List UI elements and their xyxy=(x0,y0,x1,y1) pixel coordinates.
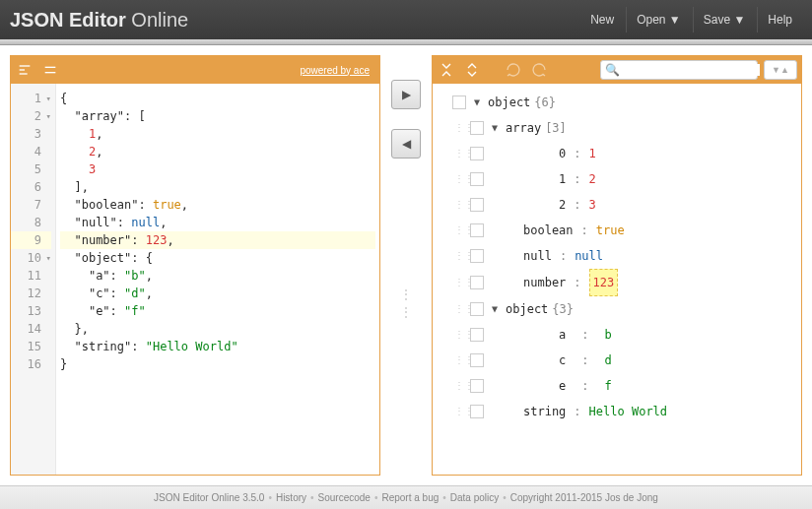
tree-item[interactable]: ⋮⋮ 0:1 xyxy=(437,141,797,166)
tree-array[interactable]: ⋮⋮▼ array [3] xyxy=(437,115,797,141)
save-menu[interactable]: Save ▼ xyxy=(693,7,756,32)
tree-string[interactable]: ⋮⋮ string:Hello World xyxy=(437,399,797,424)
code-lines[interactable]: { "array": [ 1, 2, 3 ], "boolean": true,… xyxy=(56,84,379,475)
main-menu: New Open ▼ Save ▼ Help xyxy=(580,7,802,32)
drag-icon[interactable]: ⋮⋮ xyxy=(454,243,466,269)
app-header: JSON Editor Online New Open ▼ Save ▼ Hel… xyxy=(0,0,812,39)
context-menu-icon[interactable] xyxy=(470,302,484,316)
code-panel-header: powered by ace xyxy=(11,56,379,84)
tree-number[interactable]: ⋮⋮ number:123 xyxy=(437,269,797,296)
drag-dots-icon: ⋮⋮ xyxy=(399,286,413,320)
drag-icon[interactable]: ⋮⋮ xyxy=(454,296,466,322)
app-logo: JSON Editor Online xyxy=(10,9,188,32)
context-menu-icon[interactable] xyxy=(470,172,484,186)
copy-left-button[interactable]: ◀ xyxy=(391,129,421,159)
expand-icon[interactable]: ▼ xyxy=(470,90,484,115)
context-menu-icon[interactable] xyxy=(470,405,484,418)
powered-by-link[interactable]: powered by ace xyxy=(300,65,370,76)
tree-item[interactable]: ⋮⋮ c:d xyxy=(437,348,797,373)
drag-icon[interactable]: ⋮⋮ xyxy=(454,399,466,424)
context-menu-icon[interactable] xyxy=(470,198,484,212)
undo-icon[interactable] xyxy=(504,60,523,80)
context-menu-icon[interactable] xyxy=(470,328,484,342)
drag-icon[interactable]: ⋮⋮ xyxy=(454,373,466,399)
tree-panel-header: 🔍 ▼▲ xyxy=(433,56,801,84)
context-menu-icon[interactable] xyxy=(470,223,484,237)
search-box[interactable]: 🔍 xyxy=(600,60,758,80)
copy-right-button[interactable]: ▶ xyxy=(391,80,421,109)
tree-panel: 🔍 ▼▲ ▼ object {6} ⋮⋮▼ array [3] ⋮⋮ 0:1 xyxy=(432,55,802,476)
drag-icon[interactable]: ⋮⋮ xyxy=(454,348,466,373)
footer-source-link[interactable]: Sourcecode xyxy=(318,492,371,503)
logo-light: Online xyxy=(126,9,188,31)
line-gutter: 1 2 3 4 5 6 7 8 9 10 11 12 13 14 15 16 xyxy=(11,84,56,475)
footer-bug-link[interactable]: Report a bug xyxy=(381,492,439,503)
tree-null[interactable]: ⋮⋮ null:null xyxy=(437,243,797,269)
tree-item[interactable]: ⋮⋮ a:b xyxy=(437,322,797,348)
search-input[interactable] xyxy=(624,64,760,76)
code-tools xyxy=(15,60,60,80)
new-menu[interactable]: New xyxy=(580,7,624,32)
format-icon[interactable] xyxy=(15,60,34,80)
tree-item[interactable]: ⋮⋮ 1:2 xyxy=(437,166,797,192)
expand-all-icon[interactable] xyxy=(437,60,456,80)
compact-icon[interactable] xyxy=(40,60,60,80)
footer: JSON Editor Online 3.5.0• History• Sourc… xyxy=(0,485,812,509)
drag-icon[interactable]: ⋮⋮ xyxy=(454,166,466,192)
transfer-buttons: ▶ ◀ ⋮⋮ xyxy=(388,55,424,476)
footer-policy-link[interactable]: Data policy xyxy=(450,492,499,503)
footer-version: JSON Editor Online 3.5.0 xyxy=(154,492,264,503)
search-dropdown[interactable]: ▼▲ xyxy=(764,60,797,80)
drag-icon[interactable]: ⋮⋮ xyxy=(454,192,466,218)
tree-body[interactable]: ▼ object {6} ⋮⋮▼ array [3] ⋮⋮ 0:1 ⋮⋮ 1:2… xyxy=(433,84,801,475)
expand-icon[interactable]: ▼ xyxy=(488,296,502,322)
tree-search: 🔍 ▼▲ xyxy=(600,60,797,80)
logo-bold: JSON Editor xyxy=(10,9,126,31)
context-menu-icon[interactable] xyxy=(470,353,484,367)
tree-item[interactable]: ⋮⋮ 2:3 xyxy=(437,192,797,218)
drag-icon[interactable]: ⋮⋮ xyxy=(454,141,466,166)
drag-icon[interactable]: ⋮⋮ xyxy=(454,322,466,348)
tree-root[interactable]: ▼ object {6} xyxy=(437,90,797,115)
drag-icon[interactable]: ⋮⋮ xyxy=(454,218,466,243)
search-icon: 🔍 xyxy=(605,63,620,77)
drag-icon[interactable]: ⋮⋮ xyxy=(454,270,466,295)
open-menu[interactable]: Open ▼ xyxy=(626,7,691,32)
context-menu-icon[interactable] xyxy=(470,121,484,135)
drag-icon[interactable]: ⋮⋮ xyxy=(454,115,466,141)
context-menu-icon[interactable] xyxy=(470,249,484,263)
help-menu[interactable]: Help xyxy=(757,7,802,32)
tree-object[interactable]: ⋮⋮▼ object {3} xyxy=(437,296,797,322)
footer-copyright: Copyright 2011-2015 Jos de Jong xyxy=(510,492,658,503)
main-area: powered by ace 1 2 3 4 5 6 7 8 9 10 11 1… xyxy=(0,45,812,485)
footer-history-link[interactable]: History xyxy=(276,492,306,503)
redo-icon[interactable] xyxy=(529,60,549,80)
context-menu-icon[interactable] xyxy=(452,95,466,109)
context-menu-icon[interactable] xyxy=(470,276,484,289)
tree-item[interactable]: ⋮⋮ e:f xyxy=(437,373,797,399)
code-body[interactable]: 1 2 3 4 5 6 7 8 9 10 11 12 13 14 15 16 {… xyxy=(11,84,379,475)
code-panel: powered by ace 1 2 3 4 5 6 7 8 9 10 11 1… xyxy=(10,55,380,476)
tree-tools xyxy=(437,60,549,80)
tree-boolean[interactable]: ⋮⋮ boolean:true xyxy=(437,218,797,243)
context-menu-icon[interactable] xyxy=(470,147,484,160)
expand-icon[interactable]: ▼ xyxy=(488,115,502,141)
collapse-all-icon[interactable] xyxy=(462,60,482,80)
context-menu-icon[interactable] xyxy=(470,379,484,393)
